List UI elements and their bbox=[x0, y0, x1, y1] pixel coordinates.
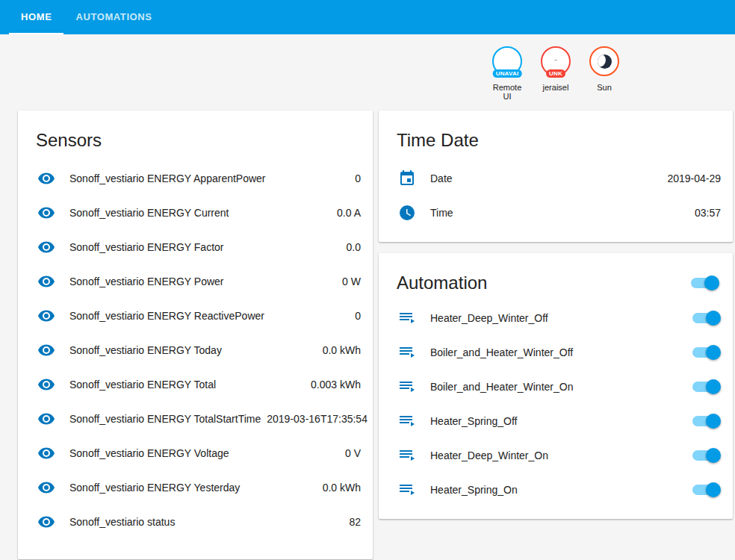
sensor-name: Sonoff_vestiario status bbox=[69, 516, 175, 528]
sensor-name: Sonoff_vestiario ENERGY TotalStartTime bbox=[69, 413, 261, 425]
eye-icon bbox=[37, 513, 55, 531]
sensors-card: Sensors Sonoff_vestiario ENERGY Apparent… bbox=[18, 111, 373, 559]
automation-name: Heater_Deep_Winter_On bbox=[430, 449, 548, 461]
sensor-value: 0.0 kWh bbox=[317, 344, 361, 356]
date-label: Date bbox=[430, 172, 453, 184]
badge-state: - bbox=[554, 55, 557, 64]
playlist-play-icon bbox=[398, 412, 416, 430]
time-date-card-title: Time Date bbox=[397, 130, 721, 151]
eye-icon bbox=[37, 273, 55, 290]
sensor-row[interactable]: Sonoff_vestiario ENERGY ReactivePower 0 bbox=[30, 299, 361, 333]
tab-automations[interactable]: AUTOMATIONS bbox=[63, 0, 164, 34]
view-tabs: HOME AUTOMATIONS bbox=[9, 0, 164, 34]
time-value: 03:57 bbox=[689, 207, 721, 219]
automation-toggle[interactable] bbox=[692, 311, 721, 326]
badge-circle: UNAVAI bbox=[492, 46, 522, 76]
automation-toggle[interactable] bbox=[692, 379, 721, 394]
main-content: Sensors Sonoff_vestiario ENERGY Apparent… bbox=[0, 101, 735, 560]
automation-toggle[interactable] bbox=[692, 482, 721, 497]
sensor-value: 0 W bbox=[336, 276, 361, 287]
eye-icon bbox=[37, 410, 55, 428]
sensor-value: 0 V bbox=[339, 447, 361, 459]
eye-icon bbox=[37, 169, 55, 187]
playlist-play-icon bbox=[398, 343, 416, 361]
automation-row[interactable]: Boiler_and_Heater_Winter_Off bbox=[391, 335, 721, 370]
badge-unit-label: UNK bbox=[546, 69, 565, 78]
badge-name: Sun bbox=[585, 83, 624, 92]
playlist-play-icon bbox=[398, 309, 416, 327]
sensors-card-title: Sensors bbox=[36, 130, 361, 151]
automation-toggle[interactable] bbox=[692, 414, 721, 429]
eye-icon bbox=[37, 307, 55, 325]
sensor-value: 0.003 kWh bbox=[305, 379, 361, 391]
badge-jeraisel[interactable]: - UNK jeraisel bbox=[536, 46, 575, 101]
sensor-value: 0.0 bbox=[341, 241, 361, 253]
eye-icon bbox=[37, 376, 55, 393]
sensor-value: 2019-03-16T17:35:54 bbox=[261, 413, 368, 425]
clock-icon bbox=[398, 204, 416, 222]
sensor-name: Sonoff_vestiario ENERGY Total bbox=[69, 379, 216, 391]
automation-group-toggle[interactable] bbox=[691, 276, 719, 290]
eye-icon bbox=[37, 204, 55, 222]
sensor-row[interactable]: Sonoff_vestiario ENERGY Factor 0.0 bbox=[30, 230, 361, 264]
automation-card-title: Automation bbox=[397, 273, 487, 293]
badges-row: UNAVAI Remote UI - UNK jeraisel Sun bbox=[379, 46, 733, 101]
badge-remote-ui[interactable]: UNAVAI Remote UI bbox=[488, 46, 527, 101]
badge-unit-label: UNAVAI bbox=[493, 69, 522, 78]
moon-icon bbox=[598, 55, 612, 69]
playlist-play-icon bbox=[398, 447, 416, 464]
badge-sun[interactable]: Sun bbox=[585, 46, 624, 101]
automation-name: Heater_Spring_On bbox=[430, 484, 518, 496]
automation-row[interactable]: Heater_Deep_Winter_Off bbox=[391, 301, 721, 335]
tab-home[interactable]: HOME bbox=[9, 0, 63, 34]
sensor-row[interactable]: Sonoff_vestiario ENERGY Today 0.0 kWh bbox=[30, 333, 361, 367]
automation-name: Heater_Spring_Off bbox=[430, 415, 517, 427]
sensor-row[interactable]: Sonoff_vestiario ENERGY Voltage 0 V bbox=[30, 436, 361, 470]
sensor-name: Sonoff_vestiario ENERGY Today bbox=[69, 344, 222, 356]
sensor-row[interactable]: Sonoff_vestiario ENERGY Current 0.0 A bbox=[30, 196, 361, 230]
sensor-row[interactable]: Sonoff_vestiario ENERGY Total 0.003 kWh bbox=[30, 367, 361, 402]
eye-icon bbox=[37, 444, 55, 462]
time-row[interactable]: Time 03:57 bbox=[391, 196, 721, 230]
calendar-icon bbox=[398, 169, 416, 187]
time-label: Time bbox=[430, 207, 453, 219]
sensor-name: Sonoff_vestiario ENERGY Factor bbox=[69, 241, 223, 253]
sensor-row[interactable]: Sonoff_vestiario ENERGY TotalStartTime 2… bbox=[30, 402, 361, 436]
eye-icon bbox=[37, 238, 55, 256]
sensor-value: 0.0 A bbox=[331, 207, 361, 219]
sensor-name: Sonoff_vestiario ENERGY Current bbox=[69, 207, 229, 219]
automation-row[interactable]: Heater_Spring_On bbox=[391, 473, 721, 507]
sensor-row[interactable]: Sonoff_vestiario ENERGY Power 0 W bbox=[30, 264, 361, 299]
eye-icon bbox=[37, 479, 55, 497]
sensor-name: Sonoff_vestiario ENERGY ReactivePower bbox=[69, 310, 264, 322]
badge-name: jeraisel bbox=[536, 83, 575, 92]
playlist-play-icon bbox=[398, 378, 416, 396]
badge-name: Remote UI bbox=[488, 83, 527, 101]
sensor-name: Sonoff_vestiario ENERGY Power bbox=[69, 276, 223, 287]
sensor-value: 0 bbox=[349, 310, 361, 322]
sensor-name: Sonoff_vestiario ENERGY Yesterday bbox=[69, 482, 240, 494]
badge-circle bbox=[589, 46, 619, 76]
badge-circle: - UNK bbox=[541, 46, 571, 76]
automation-toggle[interactable] bbox=[692, 345, 721, 360]
sensor-value: 0 bbox=[349, 172, 361, 184]
automation-row[interactable]: Heater_Spring_Off bbox=[391, 404, 721, 438]
sensor-name: Sonoff_vestiario ENERGY ApparentPower bbox=[69, 172, 266, 184]
automation-row[interactable]: Boiler_and_Heater_Winter_On bbox=[391, 370, 721, 404]
automation-name: Heater_Deep_Winter_Off bbox=[430, 312, 548, 324]
app-header: HOME AUTOMATIONS bbox=[0, 0, 735, 34]
sensor-row[interactable]: Sonoff_vestiario ENERGY ApparentPower 0 bbox=[30, 161, 361, 196]
sensor-name: Sonoff_vestiario ENERGY Voltage bbox=[69, 447, 229, 459]
eye-icon bbox=[37, 341, 55, 359]
automation-card: Automation Heater_Deep_Winter_Off Boiler… bbox=[379, 253, 733, 519]
automation-toggle[interactable] bbox=[692, 448, 721, 463]
sensor-row[interactable]: Sonoff_vestiario status 82 bbox=[30, 505, 361, 539]
sensor-row[interactable]: Sonoff_vestiario ENERGY Yesterday 0.0 kW… bbox=[30, 470, 361, 505]
right-column: Time Date Date 2019-04-29 Time 03:57 Aut… bbox=[379, 111, 733, 519]
automation-name: Boiler_and_Heater_Winter_On bbox=[430, 381, 573, 393]
playlist-play-icon bbox=[398, 481, 416, 499]
date-row[interactable]: Date 2019-04-29 bbox=[391, 161, 721, 196]
time-date-card: Time Date Date 2019-04-29 Time 03:57 bbox=[379, 111, 733, 242]
automation-row[interactable]: Heater_Deep_Winter_On bbox=[391, 438, 721, 473]
sensor-value: 82 bbox=[343, 516, 361, 528]
